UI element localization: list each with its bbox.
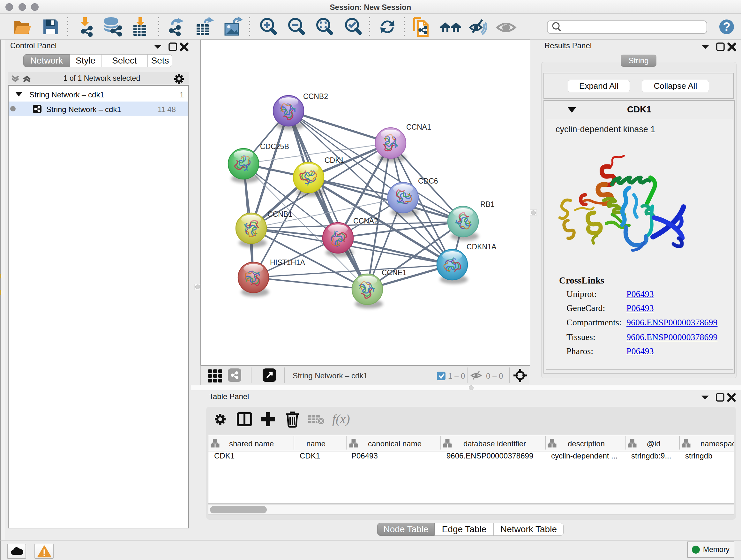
svg-text:CDKN1A: CDKN1A xyxy=(467,243,496,251)
svg-text:CCNA1: CCNA1 xyxy=(406,123,431,131)
svg-text:CDK1: CDK1 xyxy=(325,156,344,165)
svg-text:RB1: RB1 xyxy=(480,200,495,208)
svg-text:HIST1H1A: HIST1H1A xyxy=(270,258,306,266)
svg-text:shared name: shared name xyxy=(229,439,274,448)
svg-text:database identifier: database identifier xyxy=(463,439,526,448)
svg-text:CDC6: CDC6 xyxy=(418,177,438,185)
svg-text:f(x): f(x) xyxy=(332,412,350,426)
svg-text:@id: @id xyxy=(647,439,660,448)
svg-text:?: ? xyxy=(723,20,730,34)
svg-text:CCNB1: CCNB1 xyxy=(267,210,292,219)
svg-text:namespace: namespace xyxy=(700,439,734,448)
svg-text:description: description xyxy=(568,439,605,448)
svg-text:CCNB2: CCNB2 xyxy=(303,92,328,101)
svg-text:CCNA2: CCNA2 xyxy=(353,217,378,225)
svg-text:canonical name: canonical name xyxy=(368,439,421,448)
svg-text:CCNE1: CCNE1 xyxy=(382,268,407,277)
svg-text:name: name xyxy=(307,439,326,448)
svg-text:CDC25B: CDC25B xyxy=(260,142,289,151)
